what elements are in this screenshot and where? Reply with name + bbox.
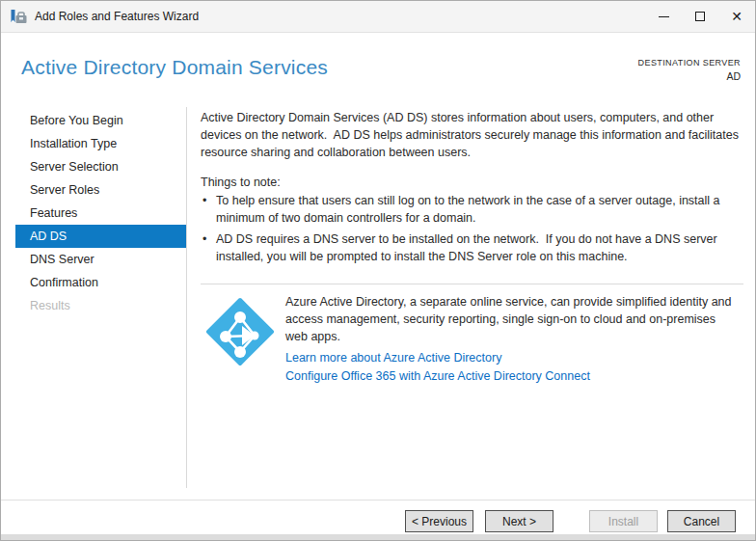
destination-server: DESTINATION SERVER AD xyxy=(638,58,741,82)
sidebar-item-ad-ds[interactable]: AD DS xyxy=(15,225,186,248)
azure-active-directory-icon xyxy=(205,297,275,366)
window-title: Add Roles and Features Wizard xyxy=(35,10,199,23)
sidebar-item-features[interactable]: Features xyxy=(15,202,186,225)
sidebar-item-results: Results xyxy=(15,294,186,317)
server-manager-toolbox-icon xyxy=(11,9,27,25)
bullet-text: AD DS requires a DNS server to be instal… xyxy=(216,230,742,265)
page-title: Active Directory Domain Services xyxy=(21,56,328,79)
sidebar-item-server-selection[interactable]: Server Selection xyxy=(15,155,186,178)
previous-button[interactable]: < Previous xyxy=(405,510,473,532)
page-content: Active Directory Domain Services (AD DS)… xyxy=(201,102,748,500)
bullet-text: To help ensure that users can still log … xyxy=(216,192,742,227)
title-bar: Add Roles and Features Wizard ✕ xyxy=(1,1,755,33)
install-button[interactable]: Install xyxy=(589,510,658,532)
intro-paragraph: Active Directory Domain Services (AD DS)… xyxy=(201,109,748,161)
sidebar-item-server-roles[interactable]: Server Roles xyxy=(15,178,186,202)
things-to-note-label: Things to note: xyxy=(201,174,281,191)
destination-server-label: DESTINATION SERVER xyxy=(638,58,741,68)
bullet-item: • To help ensure that users can still lo… xyxy=(202,192,742,227)
maximize-icon[interactable] xyxy=(682,1,718,32)
configure-office365-link[interactable]: Configure Office 365 with Azure Active D… xyxy=(285,367,737,385)
window-controls: ✕ xyxy=(645,1,755,32)
azure-description: Azure Active Directory, a separate onlin… xyxy=(285,293,737,345)
cancel-button[interactable]: Cancel xyxy=(667,510,736,532)
minimize-icon[interactable] xyxy=(645,1,682,32)
wizard-steps-sidebar: Before You Begin Installation Type Serve… xyxy=(15,109,186,317)
destination-server-value: AD xyxy=(638,70,741,82)
bullet-icon: • xyxy=(202,230,216,265)
bullet-icon: • xyxy=(202,192,216,227)
sidebar-content-divider xyxy=(186,107,187,488)
footer-divider xyxy=(1,500,756,500)
sidebar-item-confirmation[interactable]: Confirmation xyxy=(15,271,186,294)
learn-more-azure-link[interactable]: Learn more about Azure Active Directory xyxy=(285,349,737,366)
next-button[interactable]: Next > xyxy=(485,510,554,532)
add-roles-features-wizard-window: Add Roles and Features Wizard ✕ Active D… xyxy=(0,0,756,541)
sidebar-item-dns-server[interactable]: DNS Server xyxy=(15,248,186,271)
sidebar-item-before-you-begin[interactable]: Before You Begin xyxy=(15,109,186,132)
close-icon[interactable]: ✕ xyxy=(718,1,755,32)
azure-section-divider xyxy=(201,284,743,284)
sidebar-item-installation-type[interactable]: Installation Type xyxy=(15,132,186,155)
bullet-item: • AD DS requires a DNS server to be inst… xyxy=(202,230,742,265)
window-bottom-edge xyxy=(1,534,756,540)
